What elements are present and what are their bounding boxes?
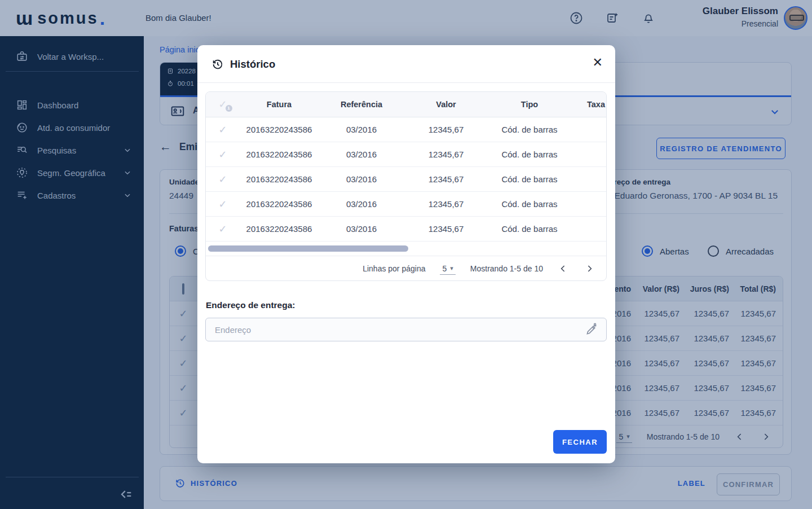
history-table: ✓1 Fatura Referência Valor Tipo Taxa ✓ 2… [205, 91, 607, 281]
caret-down-icon: ▾ [450, 265, 453, 272]
check-badge-icon: ✓1 [218, 98, 227, 111]
table-header-row: ✓1 Fatura Referência Valor Tipo Taxa [206, 92, 607, 117]
row-check-icon: ✓ [206, 124, 240, 136]
column-header: Referência [319, 100, 404, 109]
table-row[interactable]: ✓ 20163220243586 03/2016 12345,67 Cód. d… [206, 192, 607, 217]
table-row[interactable]: ✓ 20163220243586 03/2016 12345,67 Cód. d… [206, 117, 607, 142]
fechar-button[interactable]: FECHAR [553, 430, 607, 454]
modal-header: Histórico ✕ [197, 45, 615, 83]
table-pagination: Linhas por página 5 ▾ Mostrando 1-5 de 1… [206, 256, 607, 281]
showing-label: Mostrando 1-5 de 10 [470, 264, 543, 273]
column-header: Valor [404, 100, 488, 109]
app-window: ɯsomus. Bom dia Glauber! Glauber Elissom… [0, 0, 812, 509]
modal-title: Histórico [230, 58, 275, 71]
edit-locked-pencil-icon[interactable] [585, 323, 598, 336]
row-check-icon: ✓ [206, 148, 240, 161]
row-check-icon: ✓ [206, 198, 240, 210]
column-header: Tipo [488, 100, 571, 109]
page-size-select[interactable]: 5 ▾ [440, 263, 455, 275]
column-header: Taxa [571, 100, 607, 109]
table-row[interactable]: ✓ 20163220243586 03/2016 12345,67 Cód. d… [206, 167, 607, 192]
scrollbar-thumb[interactable] [208, 245, 408, 252]
row-check-icon: ✓ [206, 223, 240, 235]
row-check-icon: ✓ [206, 173, 240, 186]
column-header: Fatura [240, 100, 319, 109]
horizontal-scrollbar [206, 242, 606, 256]
next-page-icon[interactable] [584, 263, 595, 274]
delivery-address-label: Endereço de entrega: [206, 300, 295, 310]
address-input[interactable] [205, 318, 607, 341]
historico-modal: Histórico ✕ ✓1 Fatura Referência Valor T… [197, 45, 615, 463]
prev-page-icon[interactable] [558, 263, 569, 274]
close-icon[interactable]: ✕ [593, 56, 603, 69]
table-row[interactable]: ✓ 20163220243586 03/2016 12345,67 Cód. d… [206, 217, 607, 242]
table-row[interactable]: ✓ 20163220243586 03/2016 12345,67 Cód. d… [206, 142, 607, 167]
history-icon [211, 58, 224, 71]
rows-per-page-label: Linhas por página [363, 264, 425, 273]
